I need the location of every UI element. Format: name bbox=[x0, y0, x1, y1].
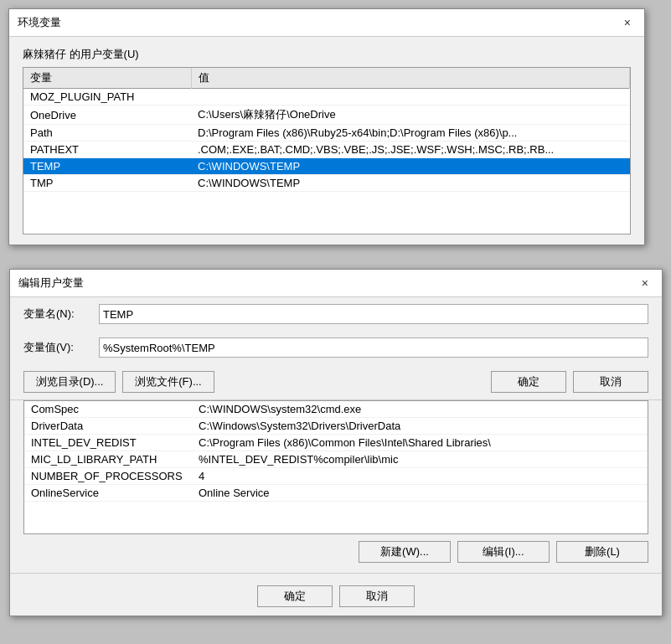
user-var-value: D:\Program Files (x86)\Ruby25-x64\bin;D:… bbox=[191, 125, 630, 142]
sys-var-row[interactable]: OnlineServiceOnline Service bbox=[24, 485, 648, 502]
main-ok-button[interactable]: 确定 bbox=[257, 585, 333, 607]
env-dialog-title: 环境变量 bbox=[18, 15, 61, 30]
user-vars-table: 变量 值 MOZ_PLUGIN_PATHOneDriveC:\Users\麻辣猪… bbox=[23, 68, 630, 192]
var-value-label: 变量值(V): bbox=[23, 340, 90, 355]
sys-var-row[interactable]: ComSpecC:\WINDOWS\system32\cmd.exe bbox=[24, 401, 648, 418]
sys-vars-table-container[interactable]: ComSpecC:\WINDOWS\system32\cmd.exeDriver… bbox=[23, 400, 648, 534]
sys-variables-section: ComSpecC:\WINDOWS\system32\cmd.exeDriver… bbox=[10, 399, 662, 534]
sys-var-row[interactable]: NUMBER_OF_PROCESSORS4 bbox=[24, 468, 648, 485]
sys-var-name: DriverData bbox=[24, 418, 192, 435]
new-var-button[interactable]: 新建(W)... bbox=[359, 541, 451, 563]
edit-dialog-title: 编辑用户变量 bbox=[18, 276, 84, 291]
user-vars-table-container[interactable]: 变量 值 MOZ_PLUGIN_PATHOneDriveC:\Users\麻辣猪… bbox=[23, 67, 631, 234]
edit-dialog-titlebar: 编辑用户变量 × bbox=[10, 270, 662, 297]
edit-cancel-button[interactable]: 取消 bbox=[573, 371, 648, 393]
delete-var-button[interactable]: 删除(L) bbox=[556, 541, 648, 563]
sys-var-value: C:\Program Files (x86)\Common Files\Inte… bbox=[192, 435, 648, 451]
user-var-name: TEMP bbox=[23, 158, 191, 175]
sys-var-value: C:\WINDOWS\system32\cmd.exe bbox=[192, 401, 648, 418]
edit-action-buttons: 浏览目录(D)... 浏览文件(F)... 确定 取消 bbox=[10, 364, 662, 399]
sys-var-value: Online Service bbox=[192, 485, 648, 502]
var-name-label: 变量名(N): bbox=[23, 307, 90, 322]
sys-var-value: C:\Windows\System32\Drivers\DriverData bbox=[192, 418, 648, 435]
user-var-row[interactable]: TEMPC:\WINDOWS\TEMP bbox=[23, 158, 630, 175]
user-var-value bbox=[191, 89, 630, 106]
user-var-row[interactable]: PathD:\Program Files (x86)\Ruby25-x64\bi… bbox=[23, 125, 630, 142]
edit-ok-button[interactable]: 确定 bbox=[491, 371, 566, 393]
user-var-name: OneDrive bbox=[23, 106, 191, 125]
user-var-row[interactable]: OneDriveC:\Users\麻辣猪仔\OneDrive bbox=[23, 106, 630, 125]
user-var-name: Path bbox=[23, 125, 191, 142]
sys-var-row[interactable]: MIC_LD_LIBRARY_PATH%INTEL_DEV_REDIST%com… bbox=[24, 451, 648, 468]
sys-var-name: NUMBER_OF_PROCESSORS bbox=[24, 468, 192, 485]
browse-dir-button[interactable]: 浏览目录(D)... bbox=[23, 371, 116, 393]
sys-var-value: %INTEL_DEV_REDIST%compiler\lib\mic bbox=[192, 451, 648, 468]
edit-dialog-close-button[interactable]: × bbox=[637, 275, 653, 291]
env-variables-dialog: 环境变量 × 麻辣猪仔 的用户变量(U) 变量 值 MOZ_PLUGIN_PAT… bbox=[8, 8, 645, 245]
var-value-input[interactable] bbox=[99, 337, 648, 358]
user-var-name: PATHEXT bbox=[23, 142, 191, 158]
user-var-value: .COM;.EXE;.BAT;.CMD;.VBS;.VBE;.JS;.JSE;.… bbox=[191, 142, 630, 158]
env-dialog-close-button[interactable]: × bbox=[619, 14, 636, 31]
user-var-name: MOZ_PLUGIN_PATH bbox=[23, 89, 191, 106]
user-var-value: C:\WINDOWS\TEMP bbox=[191, 175, 630, 192]
user-section-label: 麻辣猪仔 的用户变量(U) bbox=[23, 47, 631, 62]
user-var-name: TMP bbox=[23, 175, 191, 192]
edit-var-button[interactable]: 编辑(I)... bbox=[457, 541, 550, 563]
user-var-row[interactable]: MOZ_PLUGIN_PATH bbox=[23, 89, 630, 106]
sys-var-row[interactable]: DriverDataC:\Windows\System32\Drivers\Dr… bbox=[24, 418, 648, 435]
sys-var-value: 4 bbox=[192, 468, 648, 485]
sys-var-name: MIC_LD_LIBRARY_PATH bbox=[24, 451, 192, 468]
sys-var-row[interactable]: INTEL_DEV_REDISTC:\Program Files (x86)\C… bbox=[24, 435, 648, 451]
sys-var-name: INTEL_DEV_REDIST bbox=[24, 435, 192, 451]
env-dialog-titlebar: 环境变量 × bbox=[9, 9, 644, 37]
main-ok-cancel-buttons: 确定 取消 bbox=[10, 577, 662, 616]
user-var-value: C:\Users\麻辣猪仔\OneDrive bbox=[191, 106, 630, 125]
sys-vars-table: ComSpecC:\WINDOWS\system32\cmd.exeDriver… bbox=[24, 401, 648, 502]
user-var-row[interactable]: PATHEXT.COM;.EXE;.BAT;.CMD;.VBS;.VBE;.JS… bbox=[23, 142, 630, 158]
var-name-input[interactable] bbox=[99, 304, 648, 324]
sys-var-name: OnlineService bbox=[24, 485, 192, 502]
col-variable-header: 变量 bbox=[23, 68, 191, 89]
sys-action-buttons: 新建(W)... 编辑(I)... 删除(L) bbox=[10, 534, 662, 569]
user-var-value: C:\WINDOWS\TEMP bbox=[191, 158, 630, 175]
browse-file-button[interactable]: 浏览文件(F)... bbox=[122, 371, 214, 393]
main-cancel-button[interactable]: 取消 bbox=[339, 585, 415, 607]
col-value-header: 值 bbox=[191, 68, 630, 89]
user-var-row[interactable]: TMPC:\WINDOWS\TEMP bbox=[23, 175, 630, 192]
user-variables-section: 麻辣猪仔 的用户变量(U) 变量 值 MOZ_PLUGIN_PATHOneDri… bbox=[9, 37, 644, 245]
sys-var-name: ComSpec bbox=[24, 401, 192, 418]
var-name-row: 变量名(N): bbox=[10, 297, 662, 331]
edit-user-var-dialog: 编辑用户变量 × 变量名(N): 变量值(V): 浏览目录(D)... 浏览文件… bbox=[9, 269, 663, 616]
var-value-row: 变量值(V): bbox=[10, 331, 662, 364]
